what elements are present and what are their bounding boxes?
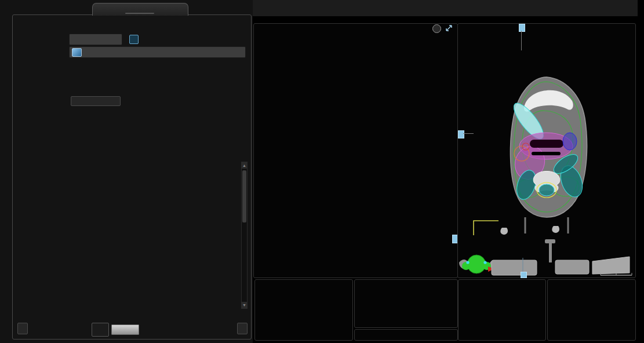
plan-information-body: ▲ ▼ bbox=[12, 14, 252, 340]
dvh-panel bbox=[253, 23, 458, 278]
objective-panel-empty bbox=[354, 279, 458, 328]
ct-oral-cavity bbox=[530, 140, 563, 148]
tab-plan-information[interactable] bbox=[92, 3, 188, 16]
scrollbar-thumb[interactable] bbox=[242, 170, 246, 222]
progress-bar bbox=[111, 324, 139, 335]
dvh-chart[interactable] bbox=[254, 33, 456, 276]
optimization-stats-panel bbox=[254, 279, 353, 341]
show-unpublished-checkbox[interactable] bbox=[129, 35, 139, 44]
ct-axial-image[interactable] bbox=[458, 24, 634, 276]
dvh-toolbar bbox=[253, 0, 464, 16]
objective-footer-empty bbox=[354, 329, 458, 341]
model-color-swatch bbox=[72, 48, 82, 57]
field-corner-marker bbox=[474, 221, 499, 235]
scroll-down-icon[interactable]: ▼ bbox=[242, 302, 247, 308]
bottom-left-empty-panel bbox=[458, 279, 546, 341]
viewer-toolbar bbox=[457, 0, 638, 16]
play-button[interactable] bbox=[92, 323, 109, 337]
ct-spinal-canal bbox=[539, 184, 554, 196]
help-icon[interactable] bbox=[432, 24, 441, 33]
structures-scrollbar[interactable]: ▲ ▼ bbox=[241, 162, 248, 309]
dvh-model-select[interactable] bbox=[69, 46, 246, 58]
ct-head bbox=[500, 77, 587, 235]
ct-viewer-panel bbox=[457, 23, 636, 278]
gantry-marker bbox=[467, 255, 486, 273]
plan-information-panel: ▲ ▼ bbox=[12, 3, 252, 340]
sort-order-row bbox=[13, 34, 246, 45]
app-root: ▲ ▼ bbox=[0, 0, 644, 343]
estimation-statistics-button[interactable] bbox=[17, 323, 28, 334]
expand-icon[interactable] bbox=[445, 24, 453, 33]
generate-estimates-button[interactable] bbox=[237, 323, 248, 334]
ct-bottom-slider-handle[interactable] bbox=[521, 272, 527, 278]
dvh-panel-header bbox=[254, 24, 457, 33]
ct-structure-blue bbox=[563, 133, 577, 150]
scroll-up-icon[interactable]: ▲ bbox=[242, 162, 247, 169]
bottom-button-bar bbox=[17, 324, 248, 335]
bottom-right-empty-panel bbox=[547, 279, 636, 341]
sort-order-select[interactable] bbox=[69, 34, 122, 45]
ct-couch bbox=[492, 239, 630, 275]
ct-head-holder bbox=[525, 217, 568, 233]
dvh-model-row bbox=[13, 46, 246, 58]
clinical-description-button[interactable] bbox=[71, 96, 121, 106]
